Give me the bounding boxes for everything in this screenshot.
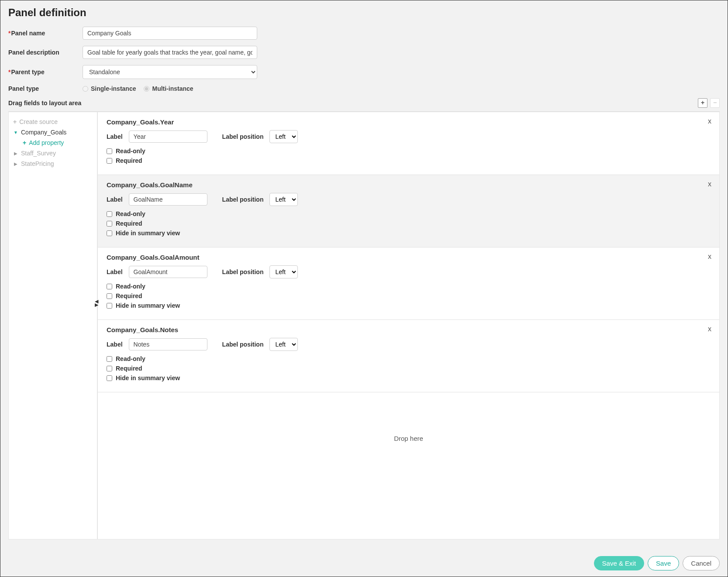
read-only-label: Read-only [116,283,145,290]
parent-type-label: *Parent type [8,69,83,76]
label-label: Label [107,196,123,203]
plus-icon: + [23,139,26,146]
panel-name-input[interactable] [83,27,257,40]
splitter-handle[interactable]: ◀▶ [95,299,98,306]
drop-zone[interactable]: Drop here [98,392,719,484]
required-checkbox[interactable] [107,366,112,371]
required-checkbox[interactable] [107,158,112,164]
remove-layout-button[interactable]: − [710,98,720,108]
field-panel: xCompany_Goals.GoalNameLabelLabel positi… [98,175,719,247]
required-label: Required [116,157,142,164]
required-label: Required [116,220,142,227]
read-only-label: Read-only [116,355,145,362]
add-layout-button[interactable]: + [698,98,707,108]
close-icon[interactable]: x [708,253,711,261]
hide-summary-label: Hide in summary view [116,302,180,309]
label-position-select[interactable]: Left [269,130,298,143]
label-position-select[interactable]: Left [269,265,298,278]
label-input[interactable] [129,131,207,143]
hide-summary-label: Hide in summary view [116,230,180,237]
field-panel: xCompany_Goals.NotesLabelLabel positionL… [98,320,719,392]
hide-summary-checkbox[interactable] [107,303,112,309]
sidebar-item-staff-survey[interactable]: ▶ Staff_Survey [10,148,97,158]
read-only-label: Read-only [116,148,145,155]
source-tree: + Create source ▼ Company_Goals + Add pr… [8,112,97,539]
label-input[interactable] [129,193,207,206]
field-title: Company_Goals.Notes [107,326,711,333]
label-input[interactable] [129,266,207,278]
label-position-label: Label position [222,341,264,348]
panel-name-label: *Panel name [8,30,83,37]
drag-fields-header: Drag fields to layout area [8,100,81,106]
field-panel: xCompany_Goals.GoalAmountLabelLabel posi… [98,247,719,320]
required-checkbox[interactable] [107,293,112,299]
single-instance-option[interactable]: Single-instance [83,85,136,92]
read-only-label: Read-only [116,210,145,217]
save-and-exit-button[interactable]: Save & Exit [594,556,645,570]
parent-type-select[interactable]: Standalone [83,65,257,79]
field-title: Company_Goals.Year [107,118,711,126]
panel-definition-dialog: Panel definition *Panel name Panel descr… [0,0,728,577]
add-property-button[interactable]: + Add property [10,137,97,148]
label-label: Label [107,133,123,140]
layout-area: ◀▶ xCompany_Goals.YearLabelLabel positio… [97,112,720,539]
read-only-checkbox[interactable] [107,284,112,289]
panel-description-input[interactable] [83,46,257,59]
required-label: Required [116,365,142,372]
read-only-checkbox[interactable] [107,148,112,154]
required-label: Required [116,292,142,299]
page-title: Panel definition [8,7,720,19]
close-icon[interactable]: x [708,180,711,188]
label-position-label: Label position [222,133,264,140]
multi-instance-radio[interactable] [144,86,149,92]
read-only-checkbox[interactable] [107,356,112,362]
chevron-right-icon: ▶ [13,151,18,156]
label-label: Label [107,341,123,348]
label-input[interactable] [129,338,207,350]
chevron-right-icon: ▶ [13,161,18,166]
read-only-checkbox[interactable] [107,211,112,217]
label-position-label: Label position [222,196,264,203]
panel-description-label: Panel description [8,49,83,56]
sidebar-item-company-goals[interactable]: ▼ Company_Goals [10,127,97,137]
field-title: Company_Goals.GoalAmount [107,254,711,261]
field-title: Company_Goals.GoalName [107,181,711,189]
hide-summary-checkbox[interactable] [107,230,112,236]
multi-instance-option[interactable]: Multi-instance [144,85,193,92]
sidebar-item-state-pricing[interactable]: ▶ StatePricing [10,158,97,169]
chevron-down-icon: ▼ [13,130,18,135]
hide-summary-label: Hide in summary view [116,374,180,381]
hide-summary-checkbox[interactable] [107,375,112,381]
label-label: Label [107,268,123,275]
single-instance-radio[interactable] [83,86,88,92]
cancel-button[interactable]: Cancel [683,556,720,570]
field-panel: xCompany_Goals.YearLabelLabel positionLe… [98,112,719,175]
plus-icon: + [13,118,17,125]
required-checkbox[interactable] [107,221,112,227]
close-icon[interactable]: x [708,325,711,333]
label-position-select[interactable]: Left [269,338,298,351]
label-position-select[interactable]: Left [269,193,298,206]
close-icon[interactable]: x [708,117,711,125]
label-position-label: Label position [222,268,264,275]
panel-type-label: Panel type [8,85,83,92]
save-button[interactable]: Save [648,556,679,570]
create-source-button[interactable]: + Create source [10,117,97,127]
